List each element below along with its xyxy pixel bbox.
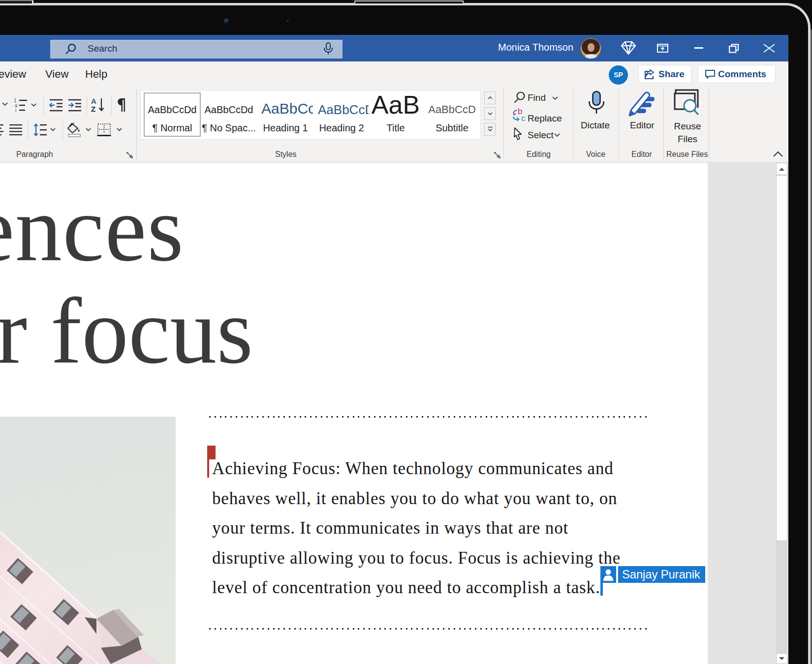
svg-text:i: i (15, 108, 16, 113)
svg-text:c: c (521, 114, 526, 122)
svg-text:A: A (91, 97, 96, 105)
svg-text:Z: Z (91, 105, 95, 113)
